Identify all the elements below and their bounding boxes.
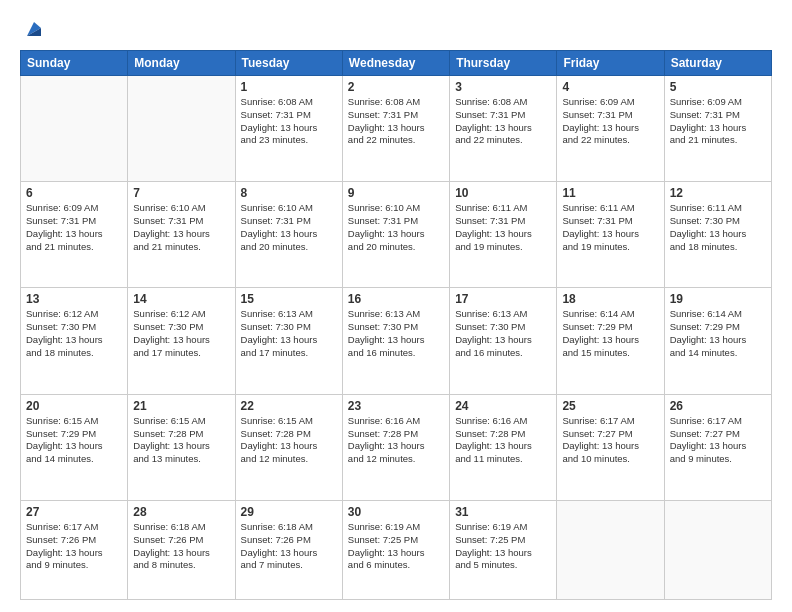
day-number: 7 xyxy=(133,186,229,200)
calendar-cell: 1Sunrise: 6:08 AMSunset: 7:31 PMDaylight… xyxy=(235,76,342,182)
calendar-cell: 23Sunrise: 6:16 AMSunset: 7:28 PMDayligh… xyxy=(342,394,449,500)
day-info: Sunrise: 6:12 AMSunset: 7:30 PMDaylight:… xyxy=(26,308,122,359)
calendar-cell: 10Sunrise: 6:11 AMSunset: 7:31 PMDayligh… xyxy=(450,182,557,288)
calendar-cell: 9Sunrise: 6:10 AMSunset: 7:31 PMDaylight… xyxy=(342,182,449,288)
weekday-header-sunday: Sunday xyxy=(21,51,128,76)
day-number: 17 xyxy=(455,292,551,306)
calendar-week-3: 13Sunrise: 6:12 AMSunset: 7:30 PMDayligh… xyxy=(21,288,772,394)
calendar-cell: 8Sunrise: 6:10 AMSunset: 7:31 PMDaylight… xyxy=(235,182,342,288)
calendar-cell: 13Sunrise: 6:12 AMSunset: 7:30 PMDayligh… xyxy=(21,288,128,394)
day-number: 19 xyxy=(670,292,766,306)
day-info: Sunrise: 6:14 AMSunset: 7:29 PMDaylight:… xyxy=(562,308,658,359)
calendar-week-2: 6Sunrise: 6:09 AMSunset: 7:31 PMDaylight… xyxy=(21,182,772,288)
calendar-week-1: 1Sunrise: 6:08 AMSunset: 7:31 PMDaylight… xyxy=(21,76,772,182)
calendar-cell: 7Sunrise: 6:10 AMSunset: 7:31 PMDaylight… xyxy=(128,182,235,288)
day-info: Sunrise: 6:08 AMSunset: 7:31 PMDaylight:… xyxy=(348,96,444,147)
logo-icon xyxy=(23,18,45,40)
day-number: 23 xyxy=(348,399,444,413)
weekday-header-wednesday: Wednesday xyxy=(342,51,449,76)
weekday-header-tuesday: Tuesday xyxy=(235,51,342,76)
day-info: Sunrise: 6:16 AMSunset: 7:28 PMDaylight:… xyxy=(455,415,551,466)
calendar-cell xyxy=(557,500,664,599)
calendar-cell: 30Sunrise: 6:19 AMSunset: 7:25 PMDayligh… xyxy=(342,500,449,599)
day-info: Sunrise: 6:13 AMSunset: 7:30 PMDaylight:… xyxy=(241,308,337,359)
day-info: Sunrise: 6:18 AMSunset: 7:26 PMDaylight:… xyxy=(133,521,229,572)
day-number: 11 xyxy=(562,186,658,200)
day-number: 27 xyxy=(26,505,122,519)
day-info: Sunrise: 6:13 AMSunset: 7:30 PMDaylight:… xyxy=(455,308,551,359)
day-info: Sunrise: 6:10 AMSunset: 7:31 PMDaylight:… xyxy=(133,202,229,253)
calendar-cell: 15Sunrise: 6:13 AMSunset: 7:30 PMDayligh… xyxy=(235,288,342,394)
day-number: 31 xyxy=(455,505,551,519)
day-number: 5 xyxy=(670,80,766,94)
weekday-header-friday: Friday xyxy=(557,51,664,76)
day-number: 18 xyxy=(562,292,658,306)
calendar-week-5: 27Sunrise: 6:17 AMSunset: 7:26 PMDayligh… xyxy=(21,500,772,599)
calendar-cell: 12Sunrise: 6:11 AMSunset: 7:30 PMDayligh… xyxy=(664,182,771,288)
day-number: 14 xyxy=(133,292,229,306)
calendar-cell: 27Sunrise: 6:17 AMSunset: 7:26 PMDayligh… xyxy=(21,500,128,599)
calendar-cell: 6Sunrise: 6:09 AMSunset: 7:31 PMDaylight… xyxy=(21,182,128,288)
day-number: 28 xyxy=(133,505,229,519)
day-info: Sunrise: 6:16 AMSunset: 7:28 PMDaylight:… xyxy=(348,415,444,466)
calendar-cell: 2Sunrise: 6:08 AMSunset: 7:31 PMDaylight… xyxy=(342,76,449,182)
day-info: Sunrise: 6:17 AMSunset: 7:27 PMDaylight:… xyxy=(562,415,658,466)
calendar-cell: 21Sunrise: 6:15 AMSunset: 7:28 PMDayligh… xyxy=(128,394,235,500)
day-info: Sunrise: 6:15 AMSunset: 7:28 PMDaylight:… xyxy=(133,415,229,466)
calendar-cell: 16Sunrise: 6:13 AMSunset: 7:30 PMDayligh… xyxy=(342,288,449,394)
day-info: Sunrise: 6:13 AMSunset: 7:30 PMDaylight:… xyxy=(348,308,444,359)
calendar-cell: 3Sunrise: 6:08 AMSunset: 7:31 PMDaylight… xyxy=(450,76,557,182)
day-info: Sunrise: 6:17 AMSunset: 7:26 PMDaylight:… xyxy=(26,521,122,572)
calendar-cell: 20Sunrise: 6:15 AMSunset: 7:29 PMDayligh… xyxy=(21,394,128,500)
day-info: Sunrise: 6:10 AMSunset: 7:31 PMDaylight:… xyxy=(241,202,337,253)
calendar-cell: 25Sunrise: 6:17 AMSunset: 7:27 PMDayligh… xyxy=(557,394,664,500)
day-info: Sunrise: 6:11 AMSunset: 7:30 PMDaylight:… xyxy=(670,202,766,253)
calendar-cell: 11Sunrise: 6:11 AMSunset: 7:31 PMDayligh… xyxy=(557,182,664,288)
calendar-table: SundayMondayTuesdayWednesdayThursdayFrid… xyxy=(20,50,772,600)
day-info: Sunrise: 6:19 AMSunset: 7:25 PMDaylight:… xyxy=(455,521,551,572)
day-info: Sunrise: 6:18 AMSunset: 7:26 PMDaylight:… xyxy=(241,521,337,572)
day-info: Sunrise: 6:10 AMSunset: 7:31 PMDaylight:… xyxy=(348,202,444,253)
logo xyxy=(20,16,45,40)
calendar-cell: 22Sunrise: 6:15 AMSunset: 7:28 PMDayligh… xyxy=(235,394,342,500)
day-info: Sunrise: 6:15 AMSunset: 7:28 PMDaylight:… xyxy=(241,415,337,466)
calendar-week-4: 20Sunrise: 6:15 AMSunset: 7:29 PMDayligh… xyxy=(21,394,772,500)
day-number: 6 xyxy=(26,186,122,200)
calendar-cell: 28Sunrise: 6:18 AMSunset: 7:26 PMDayligh… xyxy=(128,500,235,599)
day-number: 8 xyxy=(241,186,337,200)
day-number: 29 xyxy=(241,505,337,519)
day-info: Sunrise: 6:09 AMSunset: 7:31 PMDaylight:… xyxy=(26,202,122,253)
day-number: 26 xyxy=(670,399,766,413)
weekday-header-row: SundayMondayTuesdayWednesdayThursdayFrid… xyxy=(21,51,772,76)
calendar-cell: 5Sunrise: 6:09 AMSunset: 7:31 PMDaylight… xyxy=(664,76,771,182)
day-number: 9 xyxy=(348,186,444,200)
calendar-cell: 14Sunrise: 6:12 AMSunset: 7:30 PMDayligh… xyxy=(128,288,235,394)
calendar-cell: 29Sunrise: 6:18 AMSunset: 7:26 PMDayligh… xyxy=(235,500,342,599)
day-number: 25 xyxy=(562,399,658,413)
calendar-cell xyxy=(664,500,771,599)
calendar-cell: 31Sunrise: 6:19 AMSunset: 7:25 PMDayligh… xyxy=(450,500,557,599)
day-number: 20 xyxy=(26,399,122,413)
header xyxy=(20,16,772,40)
calendar-cell xyxy=(21,76,128,182)
weekday-header-monday: Monday xyxy=(128,51,235,76)
day-info: Sunrise: 6:11 AMSunset: 7:31 PMDaylight:… xyxy=(562,202,658,253)
day-number: 15 xyxy=(241,292,337,306)
day-info: Sunrise: 6:08 AMSunset: 7:31 PMDaylight:… xyxy=(455,96,551,147)
day-info: Sunrise: 6:09 AMSunset: 7:31 PMDaylight:… xyxy=(562,96,658,147)
day-number: 22 xyxy=(241,399,337,413)
page: SundayMondayTuesdayWednesdayThursdayFrid… xyxy=(0,0,792,612)
day-number: 24 xyxy=(455,399,551,413)
day-info: Sunrise: 6:17 AMSunset: 7:27 PMDaylight:… xyxy=(670,415,766,466)
day-number: 12 xyxy=(670,186,766,200)
day-info: Sunrise: 6:09 AMSunset: 7:31 PMDaylight:… xyxy=(670,96,766,147)
calendar-cell: 24Sunrise: 6:16 AMSunset: 7:28 PMDayligh… xyxy=(450,394,557,500)
day-number: 10 xyxy=(455,186,551,200)
calendar-cell xyxy=(128,76,235,182)
day-info: Sunrise: 6:08 AMSunset: 7:31 PMDaylight:… xyxy=(241,96,337,147)
calendar-cell: 26Sunrise: 6:17 AMSunset: 7:27 PMDayligh… xyxy=(664,394,771,500)
day-info: Sunrise: 6:14 AMSunset: 7:29 PMDaylight:… xyxy=(670,308,766,359)
calendar-cell: 19Sunrise: 6:14 AMSunset: 7:29 PMDayligh… xyxy=(664,288,771,394)
calendar-cell: 18Sunrise: 6:14 AMSunset: 7:29 PMDayligh… xyxy=(557,288,664,394)
calendar-cell: 17Sunrise: 6:13 AMSunset: 7:30 PMDayligh… xyxy=(450,288,557,394)
